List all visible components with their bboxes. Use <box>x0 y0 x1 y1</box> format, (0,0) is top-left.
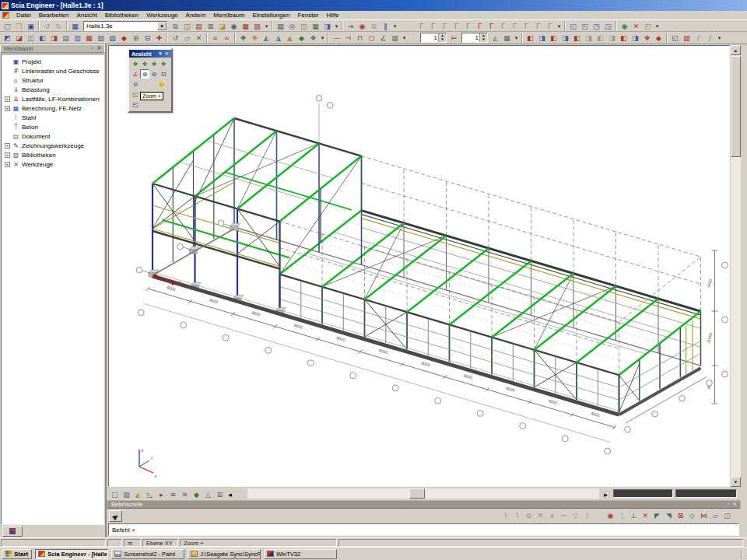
activity-6-icon[interactable]: Γ <box>474 21 486 31</box>
volumes-mode-icon[interactable]: ◭ <box>132 489 144 499</box>
close-icon[interactable]: ✕ <box>731 501 738 508</box>
snap-line-icon[interactable]: ∖ <box>500 510 511 520</box>
zoom-out-icon[interactable]: ⊖ <box>149 69 159 79</box>
status-ebenexy[interactable]: Ebene XY <box>142 539 178 547</box>
snap-perp-icon[interactable]: ⊥ <box>628 510 640 520</box>
scale-settings-icon[interactable]: ▦ <box>501 33 513 43</box>
drawing-area[interactable]: 6000600060006000600060006000600060006000… <box>108 45 730 487</box>
vertical-scrollbar[interactable]: ▲ ▼ <box>731 45 741 487</box>
stepper-arrows-icon[interactable]: ▲▼ <box>438 33 446 42</box>
cursor-mode-button[interactable]: ▶ <box>109 510 122 522</box>
select-dimension-icon[interactable]: ▨ <box>107 33 118 43</box>
copy-tool-icon[interactable]: ✚ <box>249 33 261 43</box>
window-close-icon[interactable]: ◲ <box>602 21 614 31</box>
menu-item-werkzeuge[interactable]: Werkzeuge <box>142 11 181 20</box>
sidebar-item-stahl[interactable]: IStahl <box>5 113 103 122</box>
rotate-tool-icon[interactable]: ◮ <box>272 33 284 43</box>
expand-icon[interactable]: + <box>5 106 10 111</box>
select-entity-icon[interactable]: ◆ <box>118 33 130 43</box>
menu-item-bibliotheken[interactable]: Bibliotheken <box>101 11 143 20</box>
status-zoom[interactable]: Zoom + <box>180 539 337 547</box>
activity-10-icon[interactable]: Γ <box>521 21 532 31</box>
close-icon[interactable]: ✕ <box>96 45 103 52</box>
expand-icon[interactable]: + <box>5 162 10 167</box>
delete-tool-icon[interactable]: ✕ <box>630 21 642 31</box>
stretch-tool-icon[interactable]: ◆ <box>296 33 307 43</box>
snap-corner-2-icon[interactable]: ◥ <box>663 510 675 520</box>
view-axo-2-icon[interactable]: ❖ <box>140 59 149 68</box>
activity-4-icon[interactable]: Γ <box>451 21 462 31</box>
start-button[interactable]: Start <box>2 549 32 559</box>
snap-plane-icon[interactable]: ◫ <box>721 510 733 520</box>
sidebar-item-bibliotheken[interactable]: +▥Bibliotheken <box>5 150 103 159</box>
load-case-8-icon[interactable]: ◨ <box>606 33 618 43</box>
command-input[interactable]: Befehl > <box>108 523 739 536</box>
grid-toggle-icon[interactable]: ⊞ <box>214 489 226 499</box>
chevron-down-icon[interactable]: ▾ <box>556 21 563 31</box>
menubaum-tab[interactable] <box>2 526 23 537</box>
redraw-view-icon[interactable]: ◉ <box>619 21 630 31</box>
snap-grid-dots-icon[interactable]: ⋮ <box>616 510 628 520</box>
scroll-down-icon[interactable]: ▼ <box>731 477 741 487</box>
view-manager-icon[interactable]: ◱ <box>131 89 140 99</box>
snap-corner-1-icon[interactable]: ◤ <box>651 510 663 520</box>
chevron-down-icon[interactable]: ▾ <box>319 33 326 43</box>
snap-diamond-icon[interactable]: ◇ <box>686 510 698 520</box>
scale-tool-icon[interactable]: ▲ <box>284 33 296 43</box>
chevron-down-icon[interactable]: ▾ <box>391 21 398 31</box>
scroll-right-icon[interactable]: ▸ <box>601 489 610 499</box>
pin-icon[interactable]: ▫ <box>89 45 96 52</box>
chevron-down-icon[interactable]: ▾ <box>401 33 408 43</box>
undo-icon[interactable]: ↺ <box>41 21 53 31</box>
select-previous-icon[interactable]: ↺ <box>170 33 181 43</box>
mirror-tool-icon[interactable]: ◭ <box>261 33 272 43</box>
send-model-icon[interactable]: ⇥ <box>345 21 356 31</box>
select-hinge-icon[interactable]: ▦ <box>83 33 95 43</box>
snap-midpoint-icon[interactable]: ◉ <box>605 510 616 520</box>
select-member-icon[interactable]: ◪ <box>13 33 25 43</box>
perspective-toggle-icon[interactable]: ◰ <box>131 100 140 109</box>
numeric-stepper-1[interactable]: ▲▼ <box>420 33 447 43</box>
sidebar-item-dokument[interactable]: ▤Dokument <box>5 131 103 141</box>
menu-item-ansicht[interactable]: Ansicht <box>72 11 100 20</box>
load-case-5-icon[interactable]: ◧ <box>571 33 583 43</box>
expand-icon[interactable]: + <box>5 143 10 149</box>
taskbar-task-tv[interactable]: WinTV32 <box>264 549 337 559</box>
draw-line-icon[interactable]: — <box>331 33 342 43</box>
pin-icon[interactable]: ▫ <box>725 501 731 508</box>
horizontal-scrollbar[interactable] <box>247 488 599 499</box>
load-case-7-icon[interactable]: ◧ <box>594 33 606 43</box>
project-combobox[interactable]: Halle1.3e ▼ <box>83 21 167 31</box>
print-preview-icon[interactable]: ◎ <box>286 21 298 31</box>
activity-2-icon[interactable]: Γ <box>427 21 439 31</box>
model-3d-view[interactable]: 6000600060006000600060006000600060006000… <box>109 46 731 488</box>
loads-toggle-icon[interactable]: ▸ <box>156 489 167 499</box>
ansicht-palette-titlebar[interactable]: Ansicht ▼ ✕ <box>129 50 171 58</box>
scale-up-icon[interactable]: ◭ <box>489 33 501 43</box>
menu-item-ndern[interactable]: Ändern <box>182 11 210 20</box>
load-case-12-icon[interactable]: ◆ <box>653 33 665 43</box>
scroll-left-icon[interactable]: ◂ <box>226 489 234 499</box>
regenerate-icon[interactable]: ◉ <box>228 21 240 31</box>
vertical-scroll-thumb[interactable] <box>731 56 741 157</box>
ansicht-palette[interactable]: Ansicht ▼ ✕ Zoom + ❖❖❖❖∠⊕⊖⊡⊙●◱◲▥◰ <box>128 48 173 113</box>
sidebar-item-projekt[interactable]: ▣Projekt <box>5 57 103 66</box>
activity-9-icon[interactable]: Γ <box>509 21 521 31</box>
snap-face-icon[interactable]: ▽ <box>570 510 581 520</box>
load-case-3-icon[interactable]: ◧ <box>548 33 559 43</box>
taskbar-task-paint[interactable]: Screenshot2 - Paint <box>111 549 184 559</box>
project-settings-icon[interactable]: ▦ <box>69 21 81 31</box>
shaded-mode-icon[interactable]: ▧ <box>121 489 132 499</box>
stepper-arrows-icon[interactable]: ▲▼ <box>479 33 487 42</box>
window-tile-h-icon[interactable]: ◳ <box>591 21 602 31</box>
labels-toggle-icon[interactable]: ≡ <box>167 489 179 499</box>
sidebar-item-werkzeuge[interactable]: +✕Werkzeuge <box>5 159 103 169</box>
chevron-down-icon[interactable]: ▾ <box>263 21 270 31</box>
sidebar-item-berechnung--fe-netz[interactable]: +▦Berechnung, FE-Netz <box>5 103 103 113</box>
snap-peak-icon[interactable]: ∧ <box>546 510 558 520</box>
calc-mesh-icon[interactable]: ▨ <box>681 33 693 43</box>
chevron-down-icon[interactable]: ▾ <box>716 33 723 43</box>
select-opening-icon[interactable]: ◨ <box>48 33 60 43</box>
sidebar-item-linienraster-und-geschosse[interactable]: #Linienraster und Geschosse <box>5 66 103 75</box>
snap-segment-icon[interactable]: ∖ <box>511 510 523 520</box>
